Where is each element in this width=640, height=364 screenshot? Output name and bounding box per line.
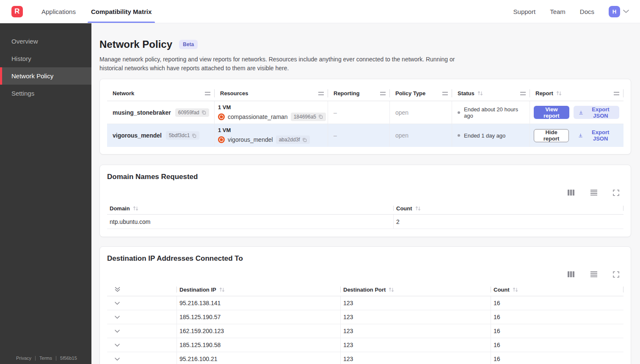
app-logo[interactable]: R	[11, 6, 23, 17]
beta-badge: Beta	[179, 40, 198, 49]
column-label: Network	[113, 90, 134, 97]
column-label: Report	[535, 90, 553, 97]
hide-report-button[interactable]: Hide report	[534, 129, 569, 142]
column-label: Reporting	[334, 90, 359, 97]
nav-support[interactable]: Support	[513, 8, 536, 15]
table-row[interactable]: 95.216.100.21 123 16	[107, 352, 623, 364]
resources-cell: 1 VM compassionate_raman 184696a5	[215, 101, 328, 124]
table-row[interactable]: 95.216.138.141 123 16	[107, 296, 623, 310]
export-json-button[interactable]: Export JSON	[574, 106, 619, 119]
table-row[interactable]: 185.125.190.57 123 16	[107, 310, 623, 324]
destination-port-cell: 123	[341, 338, 491, 352]
sort-icon[interactable]	[556, 91, 562, 96]
copy-icon[interactable]	[192, 133, 196, 138]
policy-type-value: open	[395, 132, 408, 139]
column-header-reporting: Reporting	[328, 86, 390, 101]
sort-icon[interactable]	[133, 206, 138, 211]
sort-icon[interactable]	[477, 91, 483, 96]
export-json-label: Export JSON	[587, 106, 614, 119]
destination-ip-cell: 185.125.190.58	[177, 338, 341, 352]
network-row[interactable]: musing_stonebraker 60959fad 1 VM compass…	[107, 101, 623, 124]
nav-docs[interactable]: Docs	[580, 8, 594, 15]
copy-icon[interactable]	[318, 114, 323, 119]
column-label: Count	[396, 205, 412, 212]
destination-ip-cell: 95.216.138.141	[177, 296, 341, 310]
column-header-domain: Domain	[107, 202, 394, 214]
status-text: Ended about 20 hours ago	[464, 106, 525, 119]
topbar: R Applications Compatibility Matrix Supp…	[0, 0, 640, 23]
nav-applications[interactable]: Applications	[38, 0, 79, 23]
domains-card-title: Domain Names Requested	[107, 173, 623, 181]
sidebar-item-settings[interactable]: Settings	[0, 85, 91, 102]
sort-icon[interactable]	[513, 287, 518, 292]
sort-icon[interactable]	[415, 206, 421, 211]
resource-id-pill[interactable]: 184696a5	[291, 113, 326, 121]
build-hash: 5f56b15	[60, 356, 77, 361]
reporting-cell: –	[328, 124, 390, 147]
chevron-down-icon[interactable]	[115, 302, 120, 305]
column-header-expander	[107, 283, 177, 296]
column-menu-icon[interactable]	[205, 92, 210, 95]
chevron-down-icon[interactable]	[115, 330, 120, 333]
column-header-resources: Resources	[215, 86, 328, 101]
status-dot-icon	[458, 111, 460, 114]
network-id: 60959fad	[178, 110, 199, 116]
fullscreen-icon[interactable]	[613, 271, 619, 278]
expand-all-icon[interactable]	[115, 287, 120, 292]
resource-name: compassionate_raman	[228, 113, 288, 120]
sidebar-item-overview[interactable]: Overview	[0, 33, 91, 50]
page-header: Network Policy Beta	[99, 39, 631, 50]
table-row[interactable]: 185.125.190.58 123 16	[107, 338, 623, 352]
nav-compatibility-matrix[interactable]: Compatibility Matrix	[88, 0, 155, 23]
column-menu-icon[interactable]	[318, 92, 324, 95]
sort-icon[interactable]	[219, 287, 225, 292]
column-header-status: Status	[452, 86, 530, 101]
avatar[interactable]: H	[609, 6, 620, 17]
column-header-report: Report	[530, 86, 623, 101]
destinations-table-header: Destination IP Destination Port Count	[107, 283, 623, 296]
terms-link[interactable]: Terms	[39, 356, 52, 361]
column-menu-icon[interactable]	[380, 92, 386, 95]
network-id-pill[interactable]: 60959fad	[175, 108, 209, 117]
columns-icon[interactable]	[567, 189, 575, 196]
export-json-label: Export JSON	[587, 129, 614, 142]
column-menu-icon[interactable]	[520, 92, 526, 95]
column-label: Domain	[110, 205, 130, 212]
view-report-button[interactable]: View report	[534, 106, 569, 119]
networks-table-card: Network Resources Reporting Policy Type …	[99, 79, 631, 154]
network-id-pill[interactable]: 5bdf3dc1	[166, 131, 199, 140]
column-header-network: Network	[107, 86, 215, 101]
table-row[interactable]: ntp.ubuntu.com 2	[107, 215, 623, 229]
network-row[interactable]: vigorous_mendel 5bdf3dc1 1 VM vigorous_m…	[107, 124, 623, 147]
export-json-button[interactable]: Export JSON	[573, 129, 619, 142]
copy-icon[interactable]	[302, 138, 307, 142]
copy-icon[interactable]	[201, 110, 206, 115]
column-label: Destination Port	[343, 287, 386, 293]
network-cell: vigorous_mendel 5bdf3dc1	[107, 124, 215, 147]
nav-team[interactable]: Team	[550, 8, 566, 15]
ubuntu-icon	[218, 136, 225, 143]
chevron-down-icon[interactable]	[623, 10, 629, 13]
column-menu-icon[interactable]	[442, 92, 448, 95]
network-name: musing_stonebraker	[113, 109, 171, 116]
ubuntu-icon	[218, 113, 225, 120]
fullscreen-icon[interactable]	[613, 190, 619, 196]
column-header-policy-type: Policy Type	[390, 86, 452, 101]
table-row[interactable]: 162.159.200.123 123 16	[107, 324, 623, 338]
chevron-down-icon[interactable]	[115, 344, 120, 347]
list-icon[interactable]	[590, 271, 598, 278]
columns-icon[interactable]	[567, 271, 575, 278]
count-cell: 16	[491, 352, 623, 364]
privacy-link[interactable]: Privacy	[16, 356, 31, 361]
chevron-down-icon[interactable]	[115, 358, 120, 361]
reporting-value: –	[334, 109, 337, 116]
sidebar-item-history[interactable]: History	[0, 50, 91, 67]
sort-icon[interactable]	[389, 287, 394, 292]
resource-id-pill[interactable]: aba2dd3f	[276, 135, 310, 144]
destination-ip-cell: 185.125.190.57	[177, 310, 341, 324]
column-menu-icon[interactable]	[614, 92, 619, 95]
list-icon[interactable]	[590, 189, 598, 196]
chevron-down-icon[interactable]	[115, 316, 120, 319]
policy-type-cell: open	[390, 124, 452, 147]
sidebar-item-network-policy[interactable]: Network Policy	[0, 67, 91, 85]
